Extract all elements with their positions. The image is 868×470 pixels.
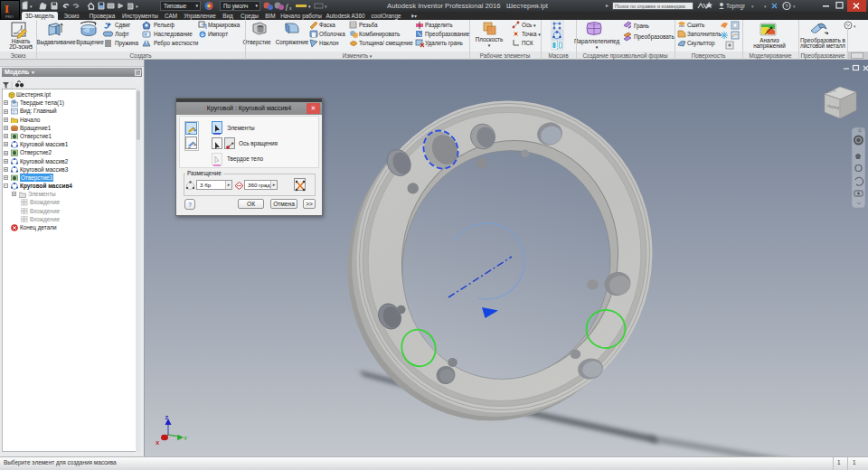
svg-text:▾: ▾ [308, 4, 311, 9]
svg-text:▾: ▾ [854, 24, 856, 29]
svg-text:▾: ▾ [136, 4, 138, 9]
svg-text:▾: ▾ [764, 4, 767, 9]
svg-text:?: ? [785, 4, 788, 9]
svg-text:▾: ▾ [793, 4, 796, 9]
svg-text:x: x [289, 5, 292, 11]
svg-text:ВЕРХ: ВЕРХ [826, 89, 836, 94]
svg-text:▾: ▾ [325, 4, 327, 9]
svg-text:▾: ▾ [30, 4, 33, 9]
svg-text:Topmgr: Topmgr [726, 3, 745, 10]
svg-text:▾: ▾ [751, 4, 754, 9]
svg-text:Z: Z [165, 414, 169, 420]
